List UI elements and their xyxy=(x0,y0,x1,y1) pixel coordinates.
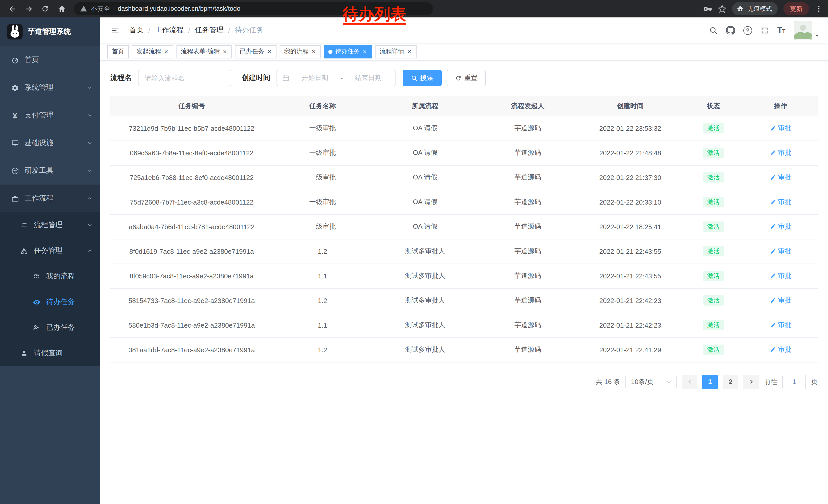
menu-label: 研发工具 xyxy=(25,166,53,175)
search-button[interactable] xyxy=(709,26,718,35)
incognito-icon xyxy=(736,5,744,13)
breadcrumb-workflow[interactable]: 工作流程 xyxy=(155,26,184,35)
created-time-cell: 2022-01-21 22:42:23 xyxy=(577,288,683,313)
fullscreen-button[interactable] xyxy=(760,26,769,35)
tab-close-icon[interactable]: × xyxy=(312,48,316,55)
edit-icon xyxy=(770,199,776,205)
goto-page-input[interactable] xyxy=(782,374,806,389)
breadcrumb-task-management[interactable]: 任务管理 xyxy=(195,26,224,35)
approve-button[interactable]: 审批 xyxy=(770,246,791,256)
task-row: 8f0d1619-7ac8-11ec-a9e2-a2380e71991a1.2测… xyxy=(110,239,818,264)
status-cell: 激活 xyxy=(683,190,743,214)
breadcrumb-home[interactable]: 首页 xyxy=(129,26,143,35)
task-id-cell: 75d72608-7b7f-11ec-a3c8-acde48001122 xyxy=(110,190,273,214)
task-row: 725a1eb6-7b88-11ec-8ef0-acde48001122一级审批… xyxy=(110,165,818,190)
sidebar-item-infrastructure[interactable]: 基础设施 xyxy=(0,129,100,157)
tab-close-icon[interactable]: × xyxy=(267,48,272,55)
back-icon xyxy=(8,4,17,13)
date-range-picker[interactable]: 开始日期 - 结束日期 xyxy=(277,70,396,86)
reset-label: 重置 xyxy=(464,73,478,83)
approve-button[interactable]: 审批 xyxy=(770,296,791,305)
password-key-button[interactable] xyxy=(703,4,712,13)
list-icon xyxy=(19,221,29,230)
process-cell: OA 请假 xyxy=(372,116,478,140)
bookmark-star-button[interactable] xyxy=(718,4,727,13)
font-size-button[interactable]: TT xyxy=(777,26,785,34)
approve-button[interactable]: 审批 xyxy=(770,124,791,133)
tab-todo-task[interactable]: 待办任务× xyxy=(324,45,372,58)
status-badge: 激活 xyxy=(703,197,724,208)
approve-button[interactable]: 审批 xyxy=(770,271,791,280)
approve-label: 审批 xyxy=(778,222,791,231)
browser-menu-button[interactable] xyxy=(815,5,823,13)
page-size-select[interactable]: 10条/页 xyxy=(625,374,677,389)
sidebar-item-payment[interactable]: ¥ 支付管理 xyxy=(0,101,100,129)
sidebar-item-dev-tools[interactable]: 研发工具 xyxy=(0,157,100,185)
omnibox-divider xyxy=(114,5,114,12)
approve-button[interactable]: 审批 xyxy=(770,197,791,207)
reload-button[interactable] xyxy=(38,2,52,16)
reset-button[interactable]: 重置 xyxy=(447,70,486,86)
approve-button[interactable]: 审批 xyxy=(770,320,791,330)
tab-close-icon[interactable]: × xyxy=(222,48,227,55)
user-menu[interactable] xyxy=(794,21,820,40)
sidebar-item-todo-task[interactable]: 待办任务 xyxy=(0,289,100,315)
sidebar-item-done-task[interactable]: 已办任务 xyxy=(0,315,100,340)
search-submit-button[interactable]: 搜索 xyxy=(403,70,442,86)
app-logo[interactable]: 芋道管理系统 xyxy=(0,17,100,46)
sidebar-item-home[interactable]: 首页 xyxy=(0,46,100,74)
approve-button[interactable]: 审批 xyxy=(770,148,791,157)
sidebar-item-system[interactable]: 系统管理 xyxy=(0,74,100,101)
column-header: 任务名称 xyxy=(273,96,372,116)
breadcrumb-separator: / xyxy=(148,26,150,34)
page-content: 流程名 创建时间 开始日期 - 结束日期 搜索 重 xyxy=(100,60,828,399)
approve-button[interactable]: 审批 xyxy=(770,173,791,182)
tab-label: 发起流程 xyxy=(136,47,161,56)
workflow-submenu: 流程管理 任务管理 我的流程 待办任务 xyxy=(0,212,100,366)
back-button[interactable] xyxy=(5,2,19,16)
action-cell: 审批 xyxy=(743,288,818,313)
next-page-button[interactable] xyxy=(743,374,759,389)
tab-home[interactable]: 首页 xyxy=(107,45,129,58)
home-button[interactable] xyxy=(54,2,69,16)
github-button[interactable] xyxy=(726,26,735,35)
tab-launch-process[interactable]: 发起流程× xyxy=(132,45,173,58)
tab-close-icon[interactable]: × xyxy=(164,48,169,55)
action-cell: 审批 xyxy=(743,116,818,140)
tab-done-task[interactable]: 已办任务× xyxy=(235,45,276,58)
page-button-1[interactable]: 1 xyxy=(702,374,718,389)
approve-button[interactable]: 审批 xyxy=(770,222,791,231)
tab-my-process[interactable]: 我的流程× xyxy=(280,45,321,58)
approve-button[interactable]: 审批 xyxy=(770,345,791,354)
process-name-input[interactable] xyxy=(138,70,232,86)
prev-page-button[interactable] xyxy=(682,374,697,389)
range-separator: - xyxy=(341,74,343,82)
task-id-cell: 725a1eb6-7b88-11ec-8ef0-acde48001122 xyxy=(110,165,273,190)
process-cell: 测试多审批人 xyxy=(372,264,478,288)
tab-process-detail[interactable]: 流程详情× xyxy=(375,45,416,58)
sidebar-item-process-management[interactable]: 流程管理 xyxy=(0,212,100,238)
sidebar-item-task-management[interactable]: 任务管理 xyxy=(0,238,100,264)
created-time-cell: 2022-01-21 22:41:29 xyxy=(577,337,683,362)
forward-button[interactable] xyxy=(22,2,36,16)
page-size-value: 10条/页 xyxy=(631,377,654,386)
sidebar-item-my-process[interactable]: 我的流程 xyxy=(0,264,100,289)
tab-close-icon[interactable]: × xyxy=(407,48,412,55)
address-bar[interactable]: 不安全 dashboard.yudao.iocoder.cn/bpm/task/… xyxy=(74,2,433,15)
update-button[interactable]: 更新 xyxy=(783,2,809,15)
tab-process-form-edit[interactable]: 流程表单-编辑× xyxy=(176,45,232,58)
page-button-2[interactable]: 2 xyxy=(723,374,738,389)
status-badge: 激活 xyxy=(703,345,724,355)
edit-icon xyxy=(770,248,776,254)
refresh-icon xyxy=(455,75,462,81)
initiator-cell: 芋道源码 xyxy=(478,214,577,239)
sidebar-item-workflow[interactable]: 工作流程 xyxy=(0,185,100,212)
tab-close-icon[interactable]: × xyxy=(363,48,367,55)
sidebar-collapse-button[interactable] xyxy=(108,23,122,37)
edit-icon xyxy=(770,322,776,328)
goto-label: 前往 xyxy=(764,377,777,386)
task-name-cell: 1.2 xyxy=(273,288,372,313)
sidebar-item-leave-query[interactable]: 请假查询 xyxy=(0,340,100,366)
help-button[interactable]: ? xyxy=(743,26,752,35)
approve-label: 审批 xyxy=(778,148,791,157)
